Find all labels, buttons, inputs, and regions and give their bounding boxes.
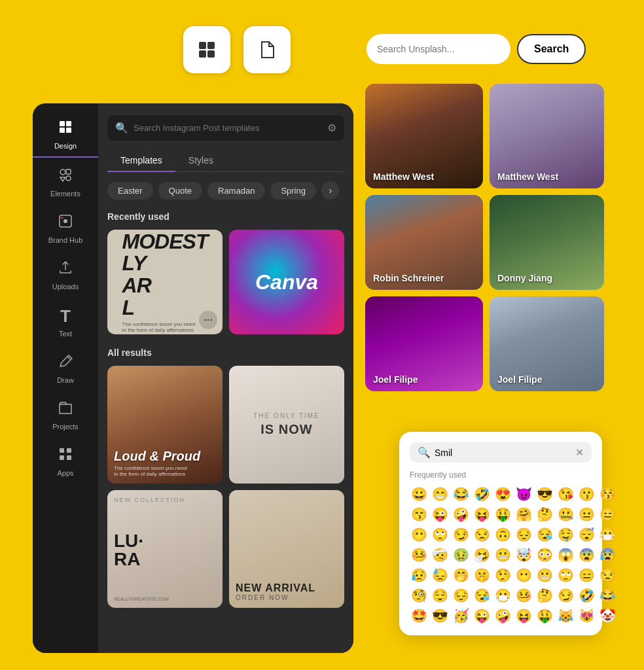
emoji-item[interactable]: 😹 [556,607,575,625]
photo-card-robin-schreiner[interactable]: Robin Schreiner [365,195,483,290]
emoji-item[interactable]: 🥳 [452,607,471,625]
grid-icon-button[interactable] [183,26,230,73]
emoji-item[interactable]: 😶 [514,566,533,584]
emoji-item[interactable]: 🤐 [556,505,575,523]
emoji-item[interactable]: 😪 [473,586,492,605]
result-card-lu-ra[interactable]: NEW COLLECTION LU·RA REALLYGREATSITE.COM [107,490,223,608]
emoji-item[interactable]: 😴 [577,525,596,544]
emoji-item[interactable]: 🤑 [535,607,554,625]
emoji-item[interactable]: 🤕 [431,546,450,564]
emoji-item[interactable]: 😏 [452,525,471,544]
emoji-item[interactable]: 😳 [535,546,554,564]
emoji-item[interactable]: 😔 [514,525,533,544]
emoji-clear-button[interactable]: ✕ [575,446,584,459]
template-search-input[interactable] [134,123,322,133]
emoji-item[interactable]: 🧐 [410,586,429,605]
chip-easter[interactable]: Easter [107,182,153,200]
emoji-item[interactable]: 😎 [535,485,554,503]
chip-spring[interactable]: Spring [270,182,316,200]
emoji-item[interactable]: 😥 [410,566,429,584]
photo-card-matthew-west-2[interactable]: Matthew West [490,84,604,188]
emoji-item[interactable]: 😝 [514,607,533,625]
emoji-item[interactable]: 😬 [493,546,512,564]
emoji-item[interactable]: 😐 [577,505,596,523]
recent-card-canva[interactable]: Canva [229,230,344,334]
photo-card-donny-jiang[interactable]: Donny Jiang [490,195,604,290]
emoji-item[interactable]: 😂 [452,485,471,503]
emoji-item[interactable]: 🤧 [473,546,492,564]
emoji-item[interactable]: 🙄 [556,566,575,584]
emoji-item[interactable]: 😁 [431,485,450,503]
recent-card-menu[interactable]: ⋯ [199,311,217,329]
emoji-item[interactable]: 😙 [410,505,429,523]
emoji-item[interactable]: 🤣 [473,485,492,503]
emoji-item[interactable]: 🤪 [452,505,471,523]
emoji-item[interactable]: 😨 [577,546,596,564]
emoji-item[interactable]: 😑 [598,505,617,523]
emoji-item[interactable]: 🤒 [514,586,533,605]
emoji-item[interactable]: 😓 [431,566,450,584]
result-card-the-only-time[interactable]: THE ONLY TIME IS NOW [229,366,344,484]
emoji-item[interactable]: 🤭 [452,566,471,584]
photo-card-matthew-west-1[interactable]: Matthew West [365,84,483,188]
emoji-item[interactable]: 😱 [556,546,575,564]
emoji-item[interactable]: 🙄 [431,525,450,544]
sidebar-item-draw[interactable]: Draw [33,344,98,391]
emoji-item[interactable]: 😷 [598,525,617,544]
emoji-item[interactable]: 🤪 [493,607,512,625]
result-card-loud-proud[interactable]: Loud & Proud The confidence boost you ne… [107,366,223,484]
emoji-search-input[interactable] [435,448,575,458]
sidebar-item-apps[interactable]: Apps [33,437,98,484]
emoji-item[interactable]: 🤯 [514,546,533,564]
emoji-item[interactable]: 😰 [598,546,617,564]
emoji-item[interactable]: 😶 [410,525,429,544]
emoji-item[interactable]: 🤗 [514,505,533,523]
emoji-item[interactable]: 😂 [598,586,617,605]
emoji-item[interactable]: 😚 [598,485,617,503]
emoji-item[interactable]: 😪 [535,525,554,544]
emoji-item[interactable]: 😏 [556,586,575,605]
emoji-item[interactable]: 🤒 [410,546,429,564]
unsplash-search-input[interactable] [367,34,510,64]
emoji-item[interactable]: 😗 [577,485,596,503]
sidebar-item-brand-hub[interactable]: Brand Hub [33,204,98,251]
emoji-item[interactable]: 😔 [452,586,471,605]
emoji-item[interactable]: 😝 [473,505,492,523]
emoji-item[interactable]: 🤫 [473,566,492,584]
emoji-item[interactable]: 🤔 [535,505,554,523]
chip-quote[interactable]: Quote [158,182,202,200]
emoji-item[interactable]: 😑 [577,566,596,584]
sidebar-item-design[interactable]: Design [33,110,98,158]
sidebar-item-text[interactable]: T Text [33,297,98,344]
sidebar-item-projects[interactable]: Projects [33,391,98,437]
emoji-item[interactable]: 😻 [577,607,596,625]
filter-icon[interactable]: ⚙ [327,122,336,134]
emoji-item[interactable]: 😜 [431,505,450,523]
emoji-item[interactable]: 😬 [535,566,554,584]
photo-card-joel-filipe-2[interactable]: Joel Filipe [490,296,604,391]
emoji-item[interactable]: 🤤 [556,525,575,544]
emoji-item[interactable]: 🤑 [493,505,512,523]
emoji-item[interactable]: 🤥 [493,566,512,584]
emoji-item[interactable]: 😘 [556,485,575,503]
emoji-item[interactable]: 🤢 [452,546,471,564]
unsplash-search-button[interactable]: Search [517,34,586,64]
emoji-item[interactable]: 🤡 [598,607,617,625]
emoji-item[interactable]: 😀 [410,485,429,503]
sidebar-item-uploads[interactable]: Uploads [33,251,98,297]
emoji-item[interactable]: 🤩 [410,607,429,625]
emoji-item[interactable]: 😒 [598,566,617,584]
photo-card-joel-filipe-1[interactable]: Joel Filipe [365,296,483,391]
tab-styles[interactable]: Styles [175,150,226,171]
emoji-item[interactable]: 🤔 [535,586,554,605]
chip-ramadan[interactable]: Ramadan [207,182,265,200]
emoji-item[interactable]: 😒 [473,525,492,544]
chips-arrow-button[interactable]: › [321,181,340,200]
emoji-item[interactable]: 😎 [431,607,450,625]
emoji-item[interactable]: 🤣 [577,586,596,605]
recent-card-modest[interactable]: MODESTLYARL The confidence boost you nee… [107,230,223,334]
emoji-item[interactable]: 😈 [514,485,533,503]
emoji-item[interactable]: 😜 [473,607,492,625]
file-icon-button[interactable] [243,26,291,73]
emoji-item[interactable]: 😷 [493,586,512,605]
